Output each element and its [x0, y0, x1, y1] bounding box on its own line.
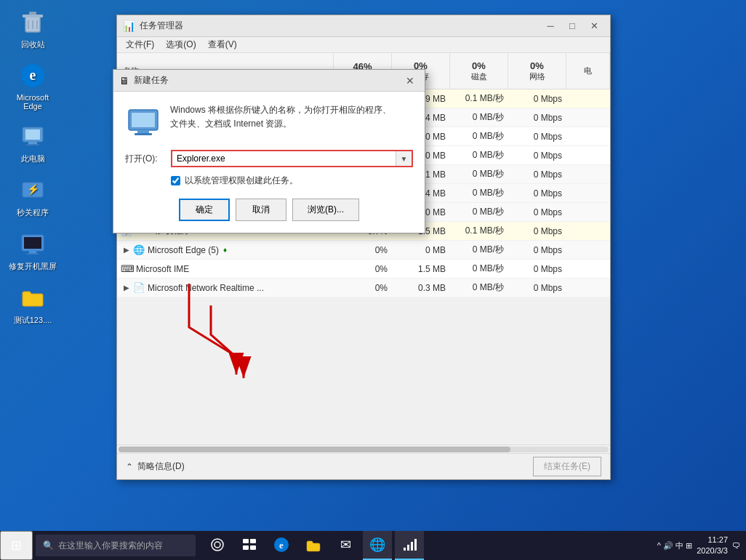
green-dot: ♦ [223, 246, 227, 254]
col-disk[interactable]: 0% 磁盘 [450, 53, 508, 89]
cell-net: 0 Mbps [508, 283, 566, 293]
browse-button[interactable]: 浏览(B)... [292, 199, 359, 221]
cell-disk: 0 MB/秒 [450, 263, 508, 275]
taskbar-cortana[interactable] [203, 531, 232, 560]
desktop-icon-repair[interactable]: 修复开机黑屏 [7, 229, 58, 272]
desktop-icon-test-folder[interactable]: 测试123.... [7, 283, 58, 326]
desktop-icon-recycle-bin[interactable]: 回收站 [7, 7, 58, 50]
taskbar-edge[interactable]: e [267, 531, 296, 560]
cell-disk: 0.1 MB/秒 [450, 92, 508, 105]
cell-disk: 0 MB/秒 [450, 130, 508, 143]
expand-button[interactable]: ▶ [121, 245, 132, 255]
cancel-button[interactable]: 取消 [236, 199, 286, 221]
task-manager-menubar: 文件(F) 选项(O) 查看(V) [117, 37, 610, 53]
svg-rect-32 [407, 545, 409, 551]
desktop-icon-shutdown[interactable]: ⚡ 秒关程序 [7, 175, 58, 218]
ok-button[interactable]: 确定 [179, 199, 230, 221]
repair-label: 修复开机黑屏 [9, 261, 57, 272]
desktop-icon-edge[interactable]: e MicrosoftEdge [7, 61, 58, 111]
input-row: 打开(O): ▼ [125, 150, 413, 167]
time-display: 11:27 [697, 535, 728, 545]
checkbox-label: 以系统管理权限创建此任务。 [185, 175, 298, 187]
svg-rect-15 [24, 237, 41, 249]
taskbar-apps: e ✉ 🌐 [203, 531, 424, 560]
col-power[interactable]: 电 [566, 53, 610, 89]
expand-button[interactable]: ▶ [121, 283, 132, 293]
svg-rect-20 [137, 130, 149, 133]
cell-disk: 0.1 MB/秒 [450, 225, 508, 237]
cell-disk: 0 MB/秒 [450, 168, 508, 180]
svg-rect-17 [27, 253, 39, 255]
end-task-button[interactable]: 结束任务(E) [533, 457, 601, 476]
taskbar-mail[interactable]: ✉ [331, 531, 360, 560]
taskbar-right: ^ 🔊 中 ⊞ 11:27 2020/3/3 🗨 [657, 535, 746, 557]
table-row[interactable]: ▶ 📄 Microsoft Network Realtime ... 0% 0.… [117, 279, 610, 297]
menu-file[interactable]: 文件(F) [120, 37, 160, 52]
svg-rect-27 [243, 545, 249, 550]
svg-text:⚡: ⚡ [27, 183, 40, 196]
new-task-title: 新建任务 [134, 74, 401, 87]
cell-net: 0 Mbps [508, 264, 566, 274]
window-controls: ─ □ ✕ [540, 18, 604, 34]
new-task-description: Windows 将根据你所键入的名称，为你打开相应的程序、 文件夹、文档或 In… [170, 103, 391, 140]
checkbox-row: 以系统管理权限创建此任务。 [125, 175, 413, 187]
collapse-info[interactable]: ⌃ 简略信息(D) [126, 460, 185, 473]
search-bar[interactable]: 🔍 在这里输入你要搜索的内容 [36, 535, 196, 556]
desktop-icon-this-pc[interactable]: 此电脑 [7, 121, 58, 164]
clock: 11:27 2020/3/3 [697, 535, 728, 557]
dropdown-button[interactable]: ▼ [396, 151, 412, 166]
col-network-percent: 0% [530, 60, 544, 71]
new-task-titlebar: 🖥 新建任务 ✕ [113, 70, 425, 92]
maximize-button[interactable]: □ [562, 18, 582, 34]
dialog-buttons: 确定 取消 浏览(B)... [125, 199, 413, 221]
cell-disk: 0 MB/秒 [450, 244, 508, 256]
cell-disk: 0 MB/秒 [450, 281, 508, 294]
svg-point-24 [214, 542, 220, 548]
menu-view[interactable]: 查看(V) [202, 37, 243, 52]
cell-name-text: Microsoft IME [136, 264, 189, 274]
open-label: 打开(O): [125, 153, 165, 165]
svg-rect-16 [29, 251, 36, 253]
svg-point-23 [212, 539, 223, 551]
cell-net: 0 Mbps [508, 188, 566, 199]
open-input[interactable] [172, 151, 396, 166]
repair-icon [18, 229, 47, 258]
col-power-label: 电 [584, 65, 592, 76]
collapse-chevron: ⌃ [126, 462, 133, 472]
admin-checkbox[interactable] [171, 176, 180, 185]
ime-icon: ⌨ [121, 263, 133, 275]
cell-net: 0 Mbps [508, 151, 566, 161]
col-network[interactable]: 0% 网络 [508, 53, 566, 89]
test-folder-label: 测试123.... [14, 315, 52, 326]
edge-desktop-icon: e [18, 61, 47, 90]
cell-net: 0 Mbps [508, 132, 566, 142]
cell-disk: 0 MB/秒 [450, 149, 508, 161]
taskbar-task-view[interactable] [235, 531, 264, 560]
task-manager-title: 任务管理器 [140, 20, 540, 32]
taskbar-explorer[interactable] [299, 531, 328, 560]
cell-mem: 0.3 MB [392, 283, 450, 293]
horizontal-scrollbar[interactable] [117, 444, 610, 453]
cell-cpu: 0% [334, 283, 392, 293]
taskbar-taskmanager-app[interactable] [395, 531, 424, 560]
taskbar-network-app[interactable]: 🌐 [363, 531, 392, 560]
table-row[interactable]: ▶ 🌐 Microsoft Edge (5) ♦ 0% 0 MB 0 MB/秒 … [117, 241, 610, 260]
start-button[interactable]: ⊞ [0, 531, 33, 560]
cell-mem: 0 MB [392, 245, 450, 255]
minimize-button[interactable]: ─ [540, 18, 561, 34]
cell-net: 0 Mbps [508, 169, 566, 180]
close-button[interactable]: ✕ [584, 18, 604, 34]
cell-mem: 1.5 MB [392, 264, 450, 274]
new-task-close-button[interactable]: ✕ [401, 73, 419, 88]
cell-net: 0 Mbps [508, 113, 566, 123]
table-row[interactable]: ⌨ Microsoft IME 0% 1.5 MB 0 MB/秒 0 Mbps [117, 260, 610, 279]
new-task-icon [125, 103, 161, 140]
desktop: 回收站 e MicrosoftEdge 此电脑 [0, 0, 746, 560]
desktop-icons: 回收站 e MicrosoftEdge 此电脑 [7, 7, 58, 326]
notification-icon[interactable]: 🗨 [732, 541, 740, 550]
task-manager-titlebar: 📊 任务管理器 ─ □ ✕ [117, 15, 610, 37]
col-disk-percent: 0% [472, 60, 486, 71]
edge-icon: 🌐 [133, 244, 145, 256]
svg-rect-1 [23, 15, 43, 17]
menu-options[interactable]: 选项(O) [160, 37, 201, 52]
